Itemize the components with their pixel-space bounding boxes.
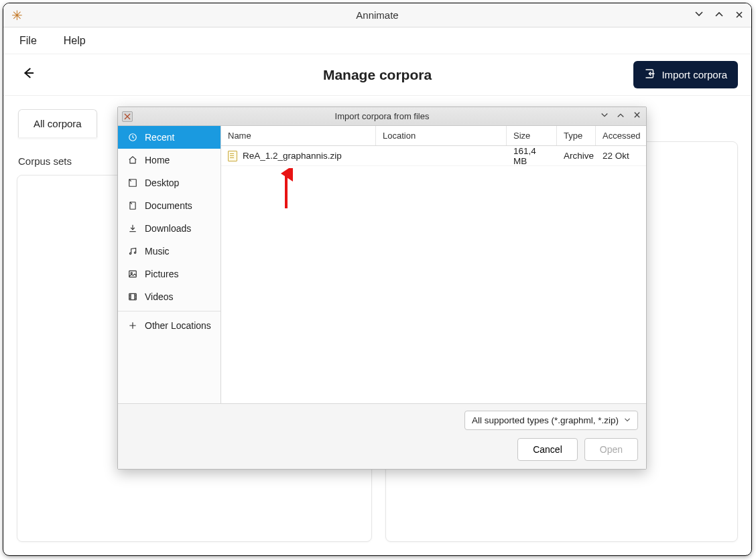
tab-all-corpora[interactable]: All corpora [18, 109, 97, 137]
sidebar-recent[interactable]: Recent [118, 126, 220, 149]
sidebar-item-label: Other Locations [145, 320, 211, 331]
dialog-title: Import corpora from files [335, 111, 430, 121]
column-size[interactable]: Size [507, 126, 557, 145]
maximize-button[interactable] [712, 9, 726, 21]
dialog-close-button[interactable] [631, 111, 642, 121]
app-icon: ✳ [11, 7, 23, 23]
file-type-filter[interactable]: All supported types (*.graphml, *.zip) [464, 411, 638, 430]
file-row[interactable]: ReA_1.2_graphannis.zip 161,4 MB Archive … [221, 146, 646, 166]
cancel-button[interactable]: Cancel [517, 438, 578, 461]
sidebar-separator [118, 311, 220, 311]
page-header: Manage corpora Import corpora [3, 54, 751, 96]
page-title: Manage corpora [323, 67, 432, 83]
dialog-file-list: Name Location Size Type Accessed ReA_1.2… [221, 126, 646, 403]
column-location[interactable]: Location [376, 126, 507, 145]
dialog-footer: All supported types (*.graphml, *.zip) C… [118, 403, 646, 469]
column-accessed[interactable]: Accessed [596, 126, 646, 145]
sidebar-music[interactable]: Music [118, 240, 220, 263]
sidebar-pictures[interactable]: Pictures [118, 263, 220, 285]
menu-help[interactable]: Help [58, 31, 91, 51]
sidebar-item-label: Home [145, 155, 170, 165]
titlebar: ✳ Annimate [3, 3, 751, 27]
file-dialog: Import corpora from files Re [117, 107, 647, 470]
sidebar-item-label: Downloads [145, 223, 191, 234]
plus-icon [127, 321, 138, 330]
minimize-button[interactable] [692, 9, 706, 21]
download-icon [127, 224, 138, 233]
close-button[interactable] [733, 10, 746, 21]
sidebar-item-label: Documents [145, 200, 192, 211]
window-title: Annimate [356, 9, 398, 21]
sidebar-other-locations[interactable]: Other Locations [118, 314, 220, 337]
archive-file-icon [228, 151, 237, 161]
sidebar-desktop[interactable]: Desktop [118, 171, 220, 194]
file-name: ReA_1.2_graphannis.zip [243, 151, 342, 161]
column-type[interactable]: Type [557, 126, 596, 145]
sidebar-item-label: Desktop [145, 178, 179, 188]
documents-icon [127, 201, 138, 210]
import-icon [644, 68, 656, 82]
sidebar-item-label: Pictures [145, 269, 179, 279]
sidebar-item-label: Music [145, 246, 170, 257]
desktop-icon [127, 178, 138, 188]
menu-file[interactable]: File [14, 31, 42, 51]
dialog-body: Recent Home Desktop [118, 126, 646, 403]
svg-point-4 [129, 253, 131, 254]
open-button[interactable]: Open [584, 438, 638, 461]
file-list-header: Name Location Size Type Accessed [221, 126, 646, 146]
clock-icon [127, 133, 138, 142]
pictures-icon [127, 269, 138, 279]
sidebar-item-label: Videos [145, 291, 174, 302]
filter-label: All supported types (*.graphml, *.zip) [472, 415, 619, 425]
column-name[interactable]: Name [221, 126, 376, 145]
dialog-app-icon [122, 111, 133, 122]
file-accessed: 22 Okt [596, 151, 646, 161]
file-size: 161,4 MB [507, 146, 557, 166]
import-corpora-button[interactable]: Import corpora [633, 61, 738, 88]
svg-point-7 [131, 273, 132, 274]
dialog-maximize-button[interactable] [615, 111, 626, 121]
sidebar-downloads[interactable]: Downloads [118, 217, 220, 240]
sidebar-videos[interactable]: Videos [118, 285, 220, 308]
app-window: ✳ Annimate File Help Manage corpora [3, 3, 752, 556]
videos-icon [127, 292, 138, 301]
back-button[interactable] [17, 62, 40, 88]
music-icon [127, 247, 138, 256]
file-type: Archive [557, 151, 596, 161]
chevron-down-icon [624, 415, 631, 425]
sidebar-item-label: Recent [145, 132, 174, 143]
dialog-titlebar: Import corpora from files [118, 107, 646, 126]
menubar: File Help [3, 27, 751, 54]
dialog-minimize-button[interactable] [599, 111, 610, 121]
svg-point-5 [134, 252, 135, 253]
home-icon [127, 155, 138, 165]
dialog-sidebar: Recent Home Desktop [118, 126, 221, 403]
sidebar-home[interactable]: Home [118, 149, 220, 171]
import-button-label: Import corpora [662, 69, 727, 80]
sidebar-documents[interactable]: Documents [118, 194, 220, 217]
